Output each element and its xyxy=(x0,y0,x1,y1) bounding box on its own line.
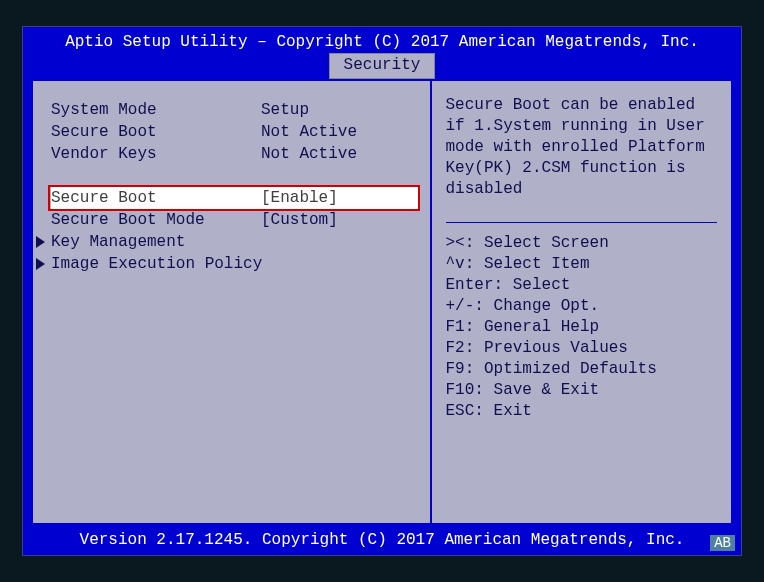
hotkey-select-item: ^v: Select Item xyxy=(446,254,717,275)
option-label: Secure Boot xyxy=(51,187,261,209)
submenu-label: Key Management xyxy=(51,231,185,253)
tab-bar: Security xyxy=(23,53,741,79)
info-row-system-mode: System Mode Setup xyxy=(51,99,418,121)
submenu-key-management[interactable]: Key Management xyxy=(51,231,418,253)
option-value: [Enable] xyxy=(261,187,418,209)
divider xyxy=(446,222,717,223)
header-title: Aptio Setup Utility – Copyright (C) 2017… xyxy=(23,27,741,53)
submenu-label: Image Execution Policy xyxy=(51,253,262,275)
info-row-secure-boot: Secure Boot Not Active xyxy=(51,121,418,143)
right-panel: Secure Boot can be enabled if 1.System r… xyxy=(432,81,731,523)
corner-badge: AB xyxy=(710,535,735,551)
hotkey-previous-values: F2: Previous Values xyxy=(446,338,717,359)
hotkey-enter: Enter: Select xyxy=(446,275,717,296)
info-label: System Mode xyxy=(51,99,261,121)
footer-text: Version 2.17.1245. Copyright (C) 2017 Am… xyxy=(23,525,741,555)
hotkey-general-help: F1: General Help xyxy=(446,317,717,338)
help-text: Secure Boot can be enabled if 1.System r… xyxy=(446,95,717,200)
left-panel: System Mode Setup Secure Boot Not Active… xyxy=(33,81,432,523)
hotkey-select-screen: ><: Select Screen xyxy=(446,233,717,254)
hotkey-esc-exit: ESC: Exit xyxy=(446,401,717,422)
hotkey-save-exit: F10: Save & Exit xyxy=(446,380,717,401)
tab-security[interactable]: Security xyxy=(329,53,436,79)
info-label: Vendor Keys xyxy=(51,143,261,165)
main-area: System Mode Setup Secure Boot Not Active… xyxy=(31,79,733,525)
info-value: Not Active xyxy=(261,121,418,143)
info-value: Setup xyxy=(261,99,418,121)
hotkey-optimized-defaults: F9: Optimized Defaults xyxy=(446,359,717,380)
option-secure-boot[interactable]: Secure Boot [Enable] xyxy=(51,187,418,209)
submenu-image-execution-policy[interactable]: Image Execution Policy xyxy=(51,253,418,275)
hotkey-change-opt: +/-: Change Opt. xyxy=(446,296,717,317)
option-value: [Custom] xyxy=(261,209,418,231)
info-value: Not Active xyxy=(261,143,418,165)
info-row-vendor-keys: Vendor Keys Not Active xyxy=(51,143,418,165)
bios-setup-window: Aptio Setup Utility – Copyright (C) 2017… xyxy=(22,26,742,556)
option-secure-boot-mode[interactable]: Secure Boot Mode [Custom] xyxy=(51,209,418,231)
info-label: Secure Boot xyxy=(51,121,261,143)
option-label: Secure Boot Mode xyxy=(51,209,261,231)
triangle-icon xyxy=(36,258,45,270)
triangle-icon xyxy=(36,236,45,248)
